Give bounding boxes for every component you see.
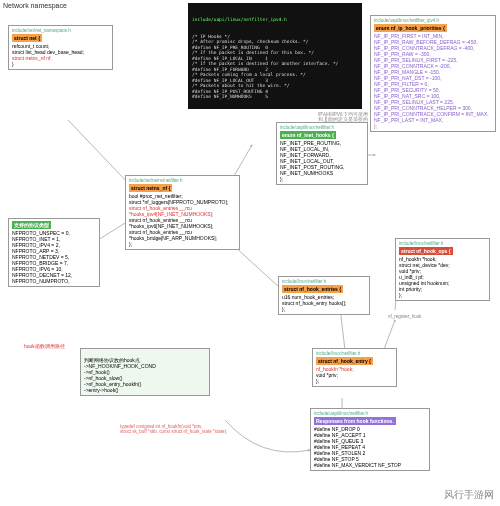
annotation: IPV4和IPV6下均可使用和上面的定义是等价的: [318, 112, 368, 122]
line: #define NF_MAX_VERDICT NF_STOP: [314, 462, 426, 468]
box-hook-entries: include/linux/netfilter.h struct nf_hook…: [278, 276, 370, 315]
file-label: include/net/netns/netfilter.h: [129, 178, 236, 183]
header-enum-priorities: enum nf_ip_hook_priorities {: [374, 24, 447, 32]
file-label: include/uapi/linux/netfilter_ipv4.h: [374, 18, 492, 23]
header-inet-hooks: enum nf_inet_hooks {: [280, 131, 336, 139]
file-label: include/linux/netfilter.h: [316, 351, 393, 356]
call-path-title: hook函数调用路径: [24, 343, 146, 349]
box-call-path: hook函数调用路径 判断网络协议族的hook点->NF_HOOK/NF_HOO…: [80, 348, 210, 396]
header-proto-types: 支持的协议类型: [12, 221, 51, 229]
line: /* If the packet is destined for another…: [192, 61, 358, 67]
diagram-title: Network namespace: [3, 2, 67, 9]
watermark: 风行手游网: [444, 488, 494, 502]
line: #define NF_IP_NUMHOOKS 5: [192, 94, 358, 100]
header-hook-entry: struct nf_hook_entry {: [316, 357, 373, 365]
file-label: include/uapi/linux/netfilter.h: [314, 411, 426, 416]
header-struct-net: struct net {: [12, 34, 42, 42]
typedef-annot: typedef unsigned int nf_hookfn(void *pri…: [120, 424, 227, 434]
line: };: [374, 123, 492, 129]
header-netns-nf: struct netns_nf {: [129, 184, 172, 192]
file-label: include/linux/netfilter.h: [282, 279, 366, 284]
box-inet-hooks: include/uapi/linux/netfilter.h enum nf_i…: [276, 122, 368, 185]
box-responses: include/uapi/linux/netfilter.h Responses…: [310, 408, 430, 471]
box-hook-entry: include/linux/netfilter.h struct nf_hook…: [312, 348, 397, 387]
line: };: [129, 241, 236, 247]
box-netns-nf: include/net/netns/netfilter.h struct net…: [125, 175, 240, 250]
header-hook-entries: struct nf_hook_entries {: [282, 285, 343, 293]
line: NFPROTO_NUMPROTO,: [12, 278, 96, 284]
line: };: [316, 378, 393, 384]
annotation-reg-hook: nf_register_hook: [388, 314, 422, 319]
line: }: [12, 61, 109, 67]
line: ->entry->hook(): [84, 387, 206, 393]
code-block: include/uapi/linux/netfilter_ipv4.h /* I…: [188, 3, 362, 109]
line: };: [280, 176, 364, 182]
line: };: [399, 292, 486, 298]
file-label: include/uapi/linux/netfilter_ipv4.h: [192, 17, 358, 23]
svg-line-0: [68, 120, 130, 185]
file-label: include/linux/netfilter.h: [399, 241, 486, 246]
file-label: include/uapi/linux/netfilter.h: [280, 125, 364, 130]
box-proto-types: 支持的协议类型 NFPROTO_UNSPEC = 0,NFPROTO_INET …: [8, 218, 100, 287]
header-responses: Responses from hook functions.: [314, 417, 396, 425]
box-hook-ops: include/linux/netfilter.h struct nf_hook…: [395, 238, 490, 301]
box-enum-priorities: include/uapi/linux/netfilter_ipv4.h enum…: [370, 15, 496, 132]
header-hook-ops: struct nf_hook_ops {: [399, 247, 453, 255]
file-label: include/net/net_namespace.h: [12, 28, 109, 33]
box-struct-net: include/net/net_namespace.h struct net {…: [8, 25, 113, 70]
line: };: [282, 306, 366, 312]
